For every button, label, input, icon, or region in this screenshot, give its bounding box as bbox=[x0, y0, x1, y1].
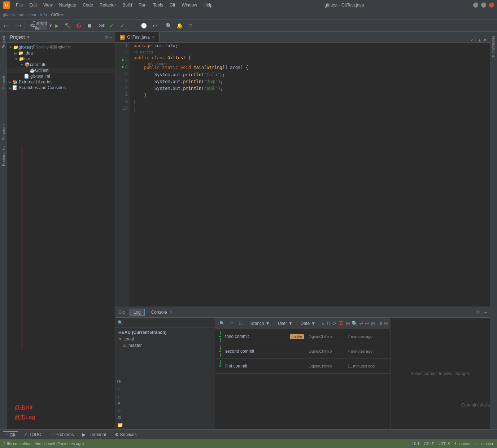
tree-scratches[interactable]: ▶ 📝 Scratches and Consoles bbox=[7, 85, 115, 91]
commit-row-3[interactable]: first commit OginoChihiro 11 minutes ago bbox=[215, 359, 390, 374]
bottom-tab-todo[interactable]: ✓ TODO bbox=[21, 431, 44, 438]
menu-build[interactable]: Build bbox=[119, 2, 135, 8]
git-new-branch-btn[interactable]: ✦ bbox=[117, 400, 213, 406]
git-sort-btn[interactable]: ≡ bbox=[379, 321, 382, 326]
project-sidebar-btn[interactable]: Project bbox=[1, 33, 6, 51]
close-button[interactable] bbox=[489, 3, 494, 8]
toolbar-back-btn[interactable]: ⟵ bbox=[2, 21, 12, 30]
tree-iml[interactable]: 📄 git-test.iml bbox=[7, 73, 115, 79]
project-dropdown-icon[interactable]: ▼ bbox=[26, 35, 30, 39]
git-regex-btn[interactable]: .* bbox=[228, 321, 235, 326]
git-push-left-btn[interactable]: ↑ bbox=[117, 386, 213, 392]
git-checkmark1[interactable]: ✓ bbox=[107, 21, 116, 30]
nav-up-icon[interactable]: ▲ bbox=[478, 38, 481, 42]
commit-row-1[interactable]: third commit master OginoChihiro 2 minut… bbox=[215, 329, 390, 344]
git-undo-btn[interactable]: ↩ bbox=[359, 321, 363, 326]
bottom-tab-terminal[interactable]: ▶_ Terminal bbox=[79, 431, 109, 438]
notifications-sidebar-btn[interactable]: Notifications bbox=[492, 33, 496, 61]
git-close-btn[interactable]: – bbox=[484, 310, 487, 315]
menu-tools[interactable]: Tools bbox=[150, 2, 166, 8]
tree-ext-libs[interactable]: ▶ 📚 External Libraries bbox=[7, 79, 115, 85]
structure-sidebar-btn[interactable]: Structure bbox=[1, 121, 6, 143]
git-push-btn[interactable]: ↑ bbox=[128, 21, 138, 30]
git-branch-master[interactable]: 🏷 master bbox=[115, 342, 215, 349]
git-pull-btn[interactable]: ↓ bbox=[117, 393, 213, 399]
console-close-icon[interactable]: ✕ bbox=[170, 310, 173, 314]
bottom-tab-services[interactable]: ⚙ Services bbox=[112, 431, 140, 438]
git-folder-btn[interactable]: 📁 bbox=[117, 422, 213, 428]
git-options2-btn[interactable]: ⊞ bbox=[371, 321, 375, 326]
git-refresh-btn[interactable]: ⟳ bbox=[332, 321, 337, 326]
nav-down-icon[interactable]: ▼ bbox=[483, 38, 487, 42]
menu-navigate[interactable]: Navigate bbox=[56, 2, 79, 8]
current-file-button[interactable]: Current File ▼ bbox=[38, 21, 47, 30]
git-tab-console[interactable]: Console ✕ bbox=[148, 309, 176, 316]
maximize-button[interactable] bbox=[481, 3, 486, 8]
toolbar-forward-btn[interactable]: ⟶ bbox=[13, 21, 22, 30]
bottom-tab-git[interactable]: ⑂ Git bbox=[3, 431, 18, 438]
stop-button[interactable]: ⏹ bbox=[84, 21, 94, 30]
git-checkmark2[interactable]: ✓ bbox=[118, 21, 127, 30]
project-minimize-icon[interactable]: – bbox=[110, 35, 112, 40]
debug-button[interactable]: 🐞 bbox=[74, 21, 83, 30]
search-everywhere-btn[interactable]: 🔍 bbox=[164, 21, 174, 30]
git-local-item[interactable]: ▼ Local bbox=[115, 336, 215, 342]
notifications-btn[interactable]: 🔔 bbox=[175, 21, 184, 30]
run-gutter-3[interactable]: ▶ bbox=[122, 57, 125, 63]
menu-view[interactable]: View bbox=[40, 2, 56, 8]
breadcrumb-project[interactable]: git-test bbox=[3, 13, 15, 17]
menu-code[interactable]: Code bbox=[80, 2, 96, 8]
git-collapse-btn[interactable]: ⊟ bbox=[384, 321, 388, 326]
tree-com-fufu[interactable]: ▼ 📦 com.fufu bbox=[7, 62, 115, 68]
menu-window[interactable]: Window bbox=[179, 2, 200, 8]
breadcrumb-com[interactable]: com bbox=[29, 13, 36, 17]
project-settings-icon[interactable]: ⚙ bbox=[104, 35, 108, 40]
status-line-ending[interactable]: CRLF bbox=[424, 442, 434, 446]
git-user-filter[interactable]: User ▼ bbox=[275, 319, 296, 327]
commit-sidebar-btn[interactable]: Commit bbox=[1, 73, 6, 92]
git-fetch-btn[interactable]: ⟳ bbox=[117, 379, 213, 384]
status-branch[interactable]: master bbox=[481, 442, 493, 446]
tab-close-btn[interactable]: ✕ bbox=[152, 35, 155, 39]
help-btn[interactable]: ? bbox=[186, 21, 195, 30]
git-history-btn[interactable]: 🕐 bbox=[139, 21, 149, 30]
breadcrumb-fufu[interactable]: fufu bbox=[40, 13, 47, 17]
git-settings-btn[interactable]: ⚙ bbox=[476, 310, 480, 315]
git-case-btn[interactable]: Cc bbox=[236, 321, 245, 326]
git-tab-log[interactable]: Log bbox=[130, 309, 145, 316]
git-find-btn[interactable]: 🔍 bbox=[352, 321, 358, 326]
git-search-bar-top[interactable]: 🔍 bbox=[217, 319, 227, 327]
bookmarks-sidebar-btn[interactable]: Bookmarks bbox=[1, 143, 6, 169]
breadcrumb-src[interactable]: src bbox=[19, 13, 25, 17]
tree-src[interactable]: ▼ 📁 src bbox=[7, 56, 115, 62]
run-gutter-4[interactable]: ▶ bbox=[122, 64, 125, 70]
git-branch-filter[interactable]: Branch ▼ bbox=[247, 319, 273, 327]
git-more-filters-btn[interactable]: » bbox=[322, 321, 324, 326]
breadcrumb-class[interactable]: GitTest bbox=[51, 13, 64, 17]
git-options-btn[interactable]: ⚙ bbox=[117, 415, 213, 421]
git-rollback-btn[interactable]: ↩ bbox=[150, 21, 160, 30]
run-button[interactable]: ▶ bbox=[52, 21, 61, 30]
git-pause-btn[interactable]: ⏸ bbox=[326, 321, 331, 326]
menu-git[interactable]: Git bbox=[167, 2, 178, 8]
code-editor[interactable]: package com.fufu; no usages public class… bbox=[130, 43, 485, 306]
editor-tab-gittest[interactable]: G GitTest.java ✕ bbox=[115, 32, 160, 42]
tree-gittest[interactable]: ☕ GitTest bbox=[7, 68, 115, 73]
menu-file[interactable]: File bbox=[13, 2, 26, 8]
tree-root[interactable]: ▼ 📁 git-test F:\java 小项目\git-test bbox=[7, 44, 115, 50]
git-star-btn[interactable]: ☆ bbox=[117, 408, 213, 413]
git-redo-btn[interactable]: ↩ bbox=[365, 321, 369, 326]
commit-row-2[interactable]: second commit OginoChihiro 4 minutes ago bbox=[215, 344, 390, 359]
menu-refactor[interactable]: Refactor bbox=[97, 2, 119, 8]
tree-idea[interactable]: ▶ 📁 .idea bbox=[7, 50, 115, 56]
menu-help[interactable]: Help bbox=[201, 2, 215, 8]
git-head-item[interactable]: HEAD (Current Branch) bbox=[115, 329, 215, 336]
status-indent[interactable]: 4 spaces bbox=[454, 442, 470, 446]
git-date-filter[interactable]: Date ▼ bbox=[297, 319, 319, 327]
git-grid-btn[interactable]: ⊞ bbox=[346, 321, 350, 326]
minimize-button[interactable] bbox=[473, 3, 478, 8]
menu-edit[interactable]: Edit bbox=[26, 2, 40, 8]
bottom-tab-problems[interactable]: ⚠ Problems bbox=[47, 431, 77, 438]
git-search-input[interactable] bbox=[125, 320, 213, 325]
git-cherry-pick-btn[interactable]: 🍒 bbox=[338, 321, 344, 326]
